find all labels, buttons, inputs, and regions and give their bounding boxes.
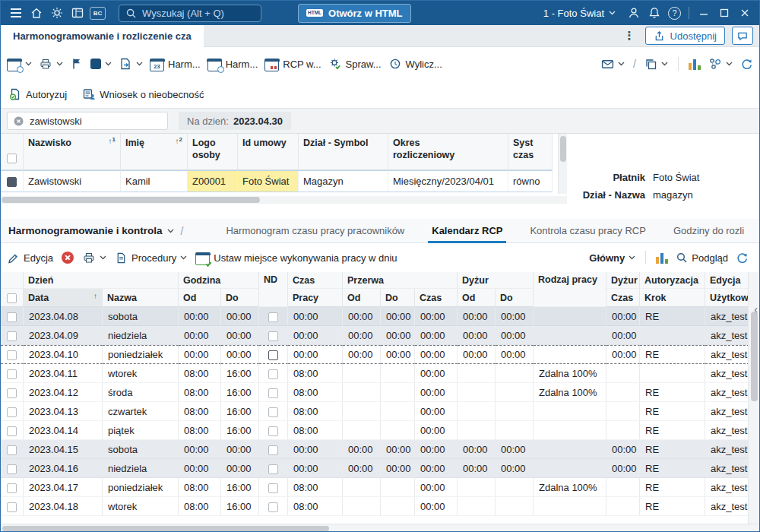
row-select-checkbox[interactable] [7, 388, 17, 398]
cell-date[interactable]: 2023.04.13 [24, 402, 103, 421]
more-menu-button[interactable]: ⋮ [621, 29, 638, 43]
nd-checkbox[interactable] [268, 388, 278, 398]
cell-user[interactable]: akz_test [705, 402, 749, 421]
cell-p_czas[interactable]: 00:00 [415, 497, 458, 516]
color-legend-button[interactable] [90, 59, 112, 69]
cell-user[interactable]: akz_test [705, 307, 749, 326]
employee-row[interactable]: Zawistowski Kamil Z00001 Foto Świat Maga… [1, 170, 553, 192]
cell-czas_pracy[interactable]: 08:00 [288, 497, 343, 516]
cell-krok[interactable]: RE [640, 459, 705, 478]
cell-user[interactable]: akz_test [705, 345, 749, 364]
cell-date[interactable]: 2023.04.15 [24, 440, 103, 459]
cell-date[interactable]: 2023.04.17 [24, 478, 103, 497]
cell-date[interactable]: 2023.04.08 [24, 307, 103, 326]
column-data[interactable]: Data↑ [24, 289, 103, 307]
column-syst-czas[interactable]: Syst czas [508, 134, 553, 170]
cell-d_czas[interactable] [606, 364, 640, 383]
cell-p_do[interactable]: 00:00 [381, 326, 415, 345]
cell-d_czas[interactable]: 00:00 [606, 307, 640, 326]
group-rodzaj-pracy[interactable]: Rodzaj pracy [534, 272, 606, 307]
cell-rodzaj[interactable] [534, 421, 606, 440]
cell-logo[interactable]: Z00001 [188, 170, 238, 192]
cell-day[interactable]: poniedziałek [103, 478, 179, 497]
calendar-row[interactable]: 2023.04.12środa08:0016:0008:0000:00Zdaln… [1, 383, 749, 402]
calendar-horizontal-scrollbar[interactable] [1, 524, 759, 532]
delete-button[interactable] [62, 252, 74, 264]
send-button[interactable] [601, 58, 625, 71]
select-all-checkbox[interactable] [7, 293, 17, 303]
column-imie[interactable]: Imię↑2 [121, 134, 188, 170]
home-button[interactable] [26, 3, 46, 23]
nd-checkbox[interactable] [268, 407, 278, 417]
group-godzina[interactable]: Godzina [179, 272, 259, 289]
cell-p_czas[interactable]: 00:00 [415, 345, 458, 364]
cell-p_czas[interactable]: 00:00 [415, 364, 458, 383]
column-dyzur-czas[interactable]: Czas [606, 289, 640, 307]
preview-button[interactable]: Podgląd [676, 252, 728, 264]
user-button[interactable] [623, 3, 644, 23]
cell-krok[interactable]: RE [640, 307, 705, 326]
nd-checkbox[interactable] [268, 331, 278, 341]
cell-d_czas[interactable] [606, 421, 640, 440]
cell-rodzaj[interactable] [534, 402, 606, 421]
column-okres[interactable]: Okres rozliczeniowy [388, 134, 508, 170]
calendar-row[interactable]: 2023.04.08sobota00:0000:0000:0000:0000:0… [1, 307, 749, 326]
cell-user[interactable]: akz_test [705, 421, 749, 440]
cell-rodzaj[interactable]: Zdalna 100% [534, 478, 606, 497]
cell-od[interactable]: 00:00 [179, 459, 221, 478]
cell-od[interactable]: 08:00 [179, 383, 221, 402]
calendar-row[interactable]: 2023.04.16niedziela00:0000:0000:0000:000… [1, 459, 749, 478]
cell-do[interactable]: 16:00 [221, 402, 259, 421]
cell-day[interactable]: środa [103, 383, 179, 402]
cell-d_czas[interactable] [606, 383, 640, 402]
cell-d_czas[interactable]: 00:00 [606, 440, 640, 459]
cell-date[interactable]: 2023.04.11 [24, 364, 103, 383]
employees-horizontal-scrollbar[interactable] [1, 196, 567, 204]
cell-d_do[interactable] [496, 478, 534, 497]
help-button[interactable]: ? [664, 3, 685, 23]
cell-od[interactable]: 00:00 [179, 440, 221, 459]
group-dyzur[interactable]: Dyżur [458, 272, 534, 289]
cell-p_czas[interactable]: 00:00 [415, 383, 458, 402]
view-selector[interactable]: Główny [589, 252, 635, 264]
cell-rodzaj[interactable] [534, 440, 606, 459]
cell-p_od[interactable] [343, 383, 381, 402]
analysis-button[interactable] [656, 252, 668, 264]
copy-view-button[interactable] [644, 58, 668, 71]
scrollbar-thumb[interactable] [560, 136, 566, 162]
cell-imie[interactable]: Kamil [121, 170, 188, 192]
cell-p_do[interactable] [381, 383, 415, 402]
cell-od[interactable]: 00:00 [179, 307, 221, 326]
refresh-button[interactable] [740, 58, 753, 71]
cell-nd[interactable] [259, 440, 288, 459]
cell-krok[interactable]: RE [640, 345, 705, 364]
cell-nd[interactable] [259, 326, 288, 345]
cell-nd[interactable] [259, 497, 288, 516]
cell-d_od[interactable]: 00:00 [458, 459, 496, 478]
cell-do[interactable]: 16:00 [221, 383, 259, 402]
print-button[interactable] [39, 57, 63, 71]
group-edycja[interactable]: Edycja [705, 272, 749, 289]
cell-czas_pracy[interactable]: 08:00 [288, 383, 343, 402]
cell-date[interactable]: 2023.04.14 [24, 421, 103, 440]
group-dyzur2[interactable]: Dyżur [606, 272, 640, 289]
cell-user[interactable]: akz_test [705, 478, 749, 497]
calendar-row[interactable]: 2023.04.11wtorek08:0016:0008:0000:00Zdal… [1, 364, 749, 383]
nd-checkbox[interactable] [268, 502, 278, 512]
column-id-umowy[interactable]: Id umowy [238, 134, 299, 170]
cell-p_do[interactable]: 00:00 [381, 345, 415, 364]
cell-d_od[interactable] [458, 402, 496, 421]
bc-module-button[interactable]: BC [87, 3, 108, 23]
cell-od[interactable]: 08:00 [179, 478, 221, 497]
cell-d_od[interactable]: 00:00 [458, 307, 496, 326]
cell-p_od[interactable] [343, 402, 381, 421]
cell-d_do[interactable]: 00:00 [496, 345, 534, 364]
cell-user[interactable]: akz_test [705, 459, 749, 478]
tab-kontrola-czasu-pracy[interactable]: Kontrola czasu pracy RCP [526, 219, 649, 243]
cell-day[interactable]: niedziela [103, 326, 179, 345]
nd-checkbox[interactable] [268, 312, 278, 322]
group-czas[interactable]: Czas [288, 272, 343, 289]
cell-d_czas[interactable] [606, 478, 640, 497]
comments-button[interactable] [732, 27, 753, 45]
cell-d_czas[interactable]: 00:00 [606, 345, 640, 364]
